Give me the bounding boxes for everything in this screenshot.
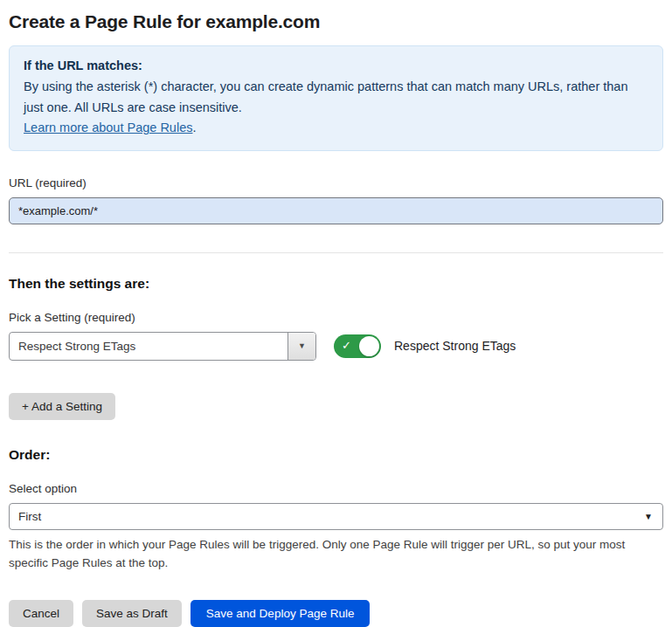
- etags-toggle[interactable]: ✓: [334, 334, 381, 358]
- cancel-button[interactable]: Cancel: [9, 600, 73, 627]
- chevron-down-icon[interactable]: ▼: [288, 333, 315, 360]
- setting-select[interactable]: Respect Strong ETags ▼: [9, 332, 316, 361]
- order-select-label: Select option: [9, 482, 663, 495]
- order-help-text: This is the order in which your Page Rul…: [9, 536, 663, 573]
- info-box-body: By using the asterisk (*) character, you…: [24, 77, 648, 118]
- chevron-down-icon: ▼: [644, 512, 662, 521]
- url-input[interactable]: [9, 197, 663, 224]
- add-setting-button[interactable]: + Add a Setting: [9, 393, 115, 420]
- toggle-label: Respect Strong ETags: [394, 339, 516, 353]
- info-box-heading: If the URL matches:: [24, 56, 648, 76]
- link-suffix: .: [192, 121, 196, 134]
- order-select[interactable]: First ▼: [9, 503, 663, 530]
- order-section-heading: Order:: [9, 447, 663, 463]
- save-draft-button[interactable]: Save as Draft: [82, 600, 182, 627]
- check-icon: ✓: [342, 339, 351, 354]
- page-title: Create a Page Rule for example.com: [9, 9, 663, 32]
- order-select-value: First: [10, 510, 644, 523]
- pick-setting-label: Pick a Setting (required): [9, 311, 663, 324]
- footer-actions: Cancel Save as Draft Save and Deploy Pag…: [9, 600, 663, 627]
- page-rule-form: Create a Page Rule for example.com If th…: [0, 0, 672, 627]
- url-match-info-box: If the URL matches: By using the asteris…: [9, 45, 663, 151]
- setting-select-value: Respect Strong ETags: [10, 340, 288, 353]
- learn-more-link[interactable]: Learn more about Page Rules: [24, 121, 192, 134]
- setting-row: Respect Strong ETags ▼ ✓ Respect Strong …: [9, 332, 663, 361]
- url-field-label: URL (required): [9, 176, 663, 189]
- section-divider: [9, 252, 663, 253]
- save-deploy-button[interactable]: Save and Deploy Page Rule: [191, 600, 371, 627]
- settings-section-heading: Then the settings are:: [9, 276, 663, 292]
- toggle-knob: [359, 336, 379, 356]
